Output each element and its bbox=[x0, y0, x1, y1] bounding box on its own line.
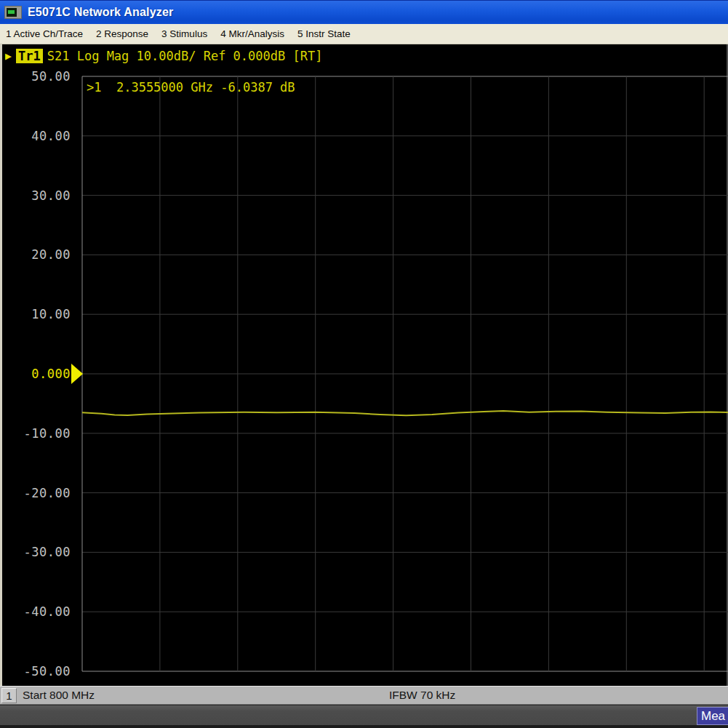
trace-1-line bbox=[82, 411, 728, 415]
y-axis-label: -30.00 bbox=[2, 544, 71, 560]
y-axis-label: 50.00 bbox=[2, 68, 71, 84]
menu-stimulus[interactable]: 3 Stimulus bbox=[161, 28, 207, 39]
menu-response[interactable]: 2 Response bbox=[96, 28, 148, 39]
window-title: E5071C Network Analyzer bbox=[28, 6, 174, 19]
ifbw-label: IFBW 70 kHz bbox=[389, 689, 455, 702]
reference-level-marker-icon bbox=[71, 364, 83, 384]
meas-softkey-button[interactable]: Mea bbox=[697, 707, 728, 725]
reference-level-label: 0.000 bbox=[2, 366, 71, 382]
y-axis-label: 20.00 bbox=[2, 247, 71, 263]
marker-1-readout: >1 2.3555000 GHz -6.0387 dB bbox=[87, 80, 295, 95]
y-axis-label: -20.00 bbox=[2, 485, 71, 501]
menu-bar: 1 Active Ch/Trace 2 Response 3 Stimulus … bbox=[0, 24, 728, 44]
title-bar: E5071C Network Analyzer bbox=[0, 0, 728, 24]
menu-mkr-analysis[interactable]: 4 Mkr/Analysis bbox=[220, 28, 284, 39]
network-analyzer-app-icon bbox=[4, 6, 22, 19]
status-bar: 1 Start 800 MHz IFBW 70 kHz bbox=[0, 686, 728, 705]
channel-number-box: 1 bbox=[1, 688, 17, 703]
y-axis-label: 10.00 bbox=[2, 306, 71, 322]
y-axis-label: -10.00 bbox=[2, 425, 71, 441]
bottom-edge-strip bbox=[0, 725, 728, 728]
menu-instr-state[interactable]: 5 Instr State bbox=[297, 28, 351, 39]
taskbar: Mea bbox=[0, 705, 728, 725]
sweep-start-label: Start 800 MHz bbox=[23, 689, 95, 702]
y-axis-label: 40.00 bbox=[2, 128, 71, 144]
menu-active-ch-trace[interactable]: 1 Active Ch/Trace bbox=[6, 28, 83, 39]
instrument-screen: ▶ Tr1 S21 Log Mag 10.00dB/ Ref 0.000dB [… bbox=[0, 44, 728, 686]
y-axis-label: 30.00 bbox=[2, 188, 71, 204]
measurement-graph[interactable] bbox=[2, 44, 728, 686]
y-axis-label: -40.00 bbox=[2, 604, 71, 620]
y-axis-label: -50.00 bbox=[2, 663, 71, 679]
